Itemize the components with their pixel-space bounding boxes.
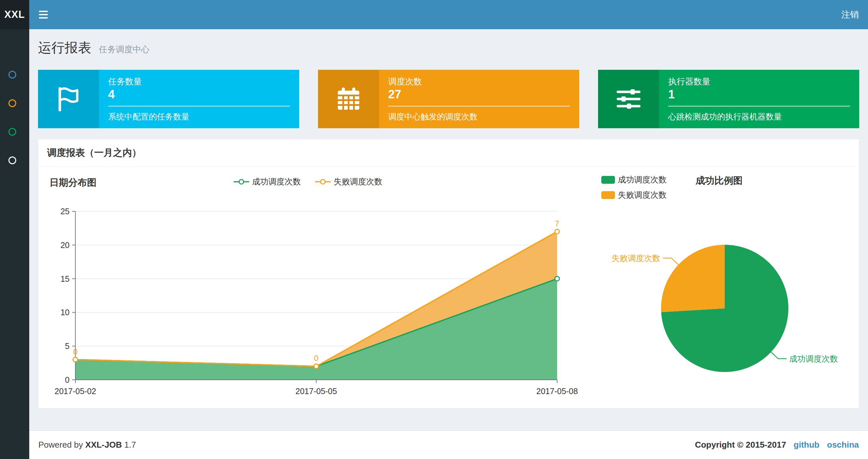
page-subtitle: 任务调度中心 xyxy=(99,44,149,54)
circle-icon xyxy=(8,99,16,107)
pie-label-line xyxy=(663,258,679,265)
oschina-link[interactable]: oschina xyxy=(827,440,859,450)
x-tick-label: 2017-05-05 xyxy=(296,387,337,396)
point-label: 0 xyxy=(73,347,77,356)
divider xyxy=(668,106,850,106)
y-tick-label: 15 xyxy=(60,274,69,284)
y-tick-label: 10 xyxy=(60,308,69,317)
x-tick-label: 2017-05-08 xyxy=(536,387,578,396)
product-version: 1.7 xyxy=(124,440,136,450)
sidebar-item-4[interactable] xyxy=(0,150,29,171)
copyright-text: Copyright © 2015-2017 xyxy=(695,440,786,450)
info-box-value: 1 xyxy=(668,87,850,102)
sidebar-item-3[interactable] xyxy=(0,122,29,142)
divider xyxy=(388,106,570,106)
info-box: 任务数量 4 系统中配置的任务数量 xyxy=(38,70,299,128)
date-distribution-chart: 05101520252017-05-022017-05-052017-05-08… xyxy=(38,166,578,408)
sidebar-toggle-button[interactable] xyxy=(29,0,57,29)
info-box-label: 调度次数 xyxy=(388,76,570,87)
sidebar-item-1[interactable] xyxy=(0,64,29,85)
info-box-label: 任务数量 xyxy=(108,76,290,87)
chart-point xyxy=(314,364,319,368)
sliders-icon xyxy=(598,70,659,128)
info-box-value: 4 xyxy=(108,87,290,102)
flag-icon xyxy=(38,70,99,128)
copyright-area: Copyright © 2015-2017 github oschina xyxy=(695,440,859,450)
circle-icon xyxy=(8,71,16,78)
success-ratio-pie-chart: 成功调度次数失败调度次数 xyxy=(578,166,859,408)
product-name: XXL-JOB xyxy=(86,440,122,450)
footer: Powered by XXL-JOB 1.7 Copyright © 2015-… xyxy=(29,430,868,459)
y-tick-label: 5 xyxy=(65,341,69,351)
powered-by: Powered by XXL-JOB 1.7 xyxy=(38,440,136,450)
info-box-desc: 心跳检测成功的执行器机器数量 xyxy=(668,111,850,122)
page-title: 运行报表 xyxy=(38,40,91,55)
point-label: 7 xyxy=(555,219,559,228)
y-tick-label: 25 xyxy=(60,207,69,216)
github-link[interactable]: github xyxy=(794,440,819,450)
panel-title: 调度报表（一月之内） xyxy=(38,139,859,166)
circle-icon xyxy=(8,157,16,164)
navbar: 注销 xyxy=(29,0,868,29)
pie-slice xyxy=(661,245,725,312)
pie-label: 成功调度次数 xyxy=(789,354,838,363)
report-panel: 调度报表（一月之内） 日期分布图 成功调度次数失败调度次数 0510152025… xyxy=(38,139,859,408)
app-logo-text: XXL xyxy=(4,9,25,21)
x-tick-label: 2017-05-02 xyxy=(55,387,96,396)
pie-label: 失败调度次数 xyxy=(612,254,660,263)
chart-point xyxy=(555,276,559,281)
app-logo[interactable]: XXL xyxy=(0,0,29,29)
charts-area: 日期分布图 成功调度次数失败调度次数 05101520252017-05-022… xyxy=(38,166,859,408)
info-box-desc: 调度中心触发的调度次数 xyxy=(388,111,570,122)
info-box-desc: 系统中配置的任务数量 xyxy=(108,111,290,122)
y-tick-label: 0 xyxy=(65,375,69,384)
summary-boxes: 任务数量 4 系统中配置的任务数量 xyxy=(38,70,859,128)
point-label: 0 xyxy=(314,354,318,363)
info-box-label: 执行器数量 xyxy=(668,76,850,87)
pie-label-line xyxy=(771,352,787,359)
calendar-icon xyxy=(318,70,379,128)
content-wrapper: 运行报表 任务调度中心 任务数量 4 系统中配置的任务数量 xyxy=(29,29,868,430)
info-box-value: 27 xyxy=(388,87,570,102)
y-tick-label: 20 xyxy=(60,240,69,250)
info-box: 执行器数量 1 心跳检测成功的执行器机器数量 xyxy=(598,70,859,128)
top-navbar: XXL 注销 xyxy=(0,0,868,29)
chart-point xyxy=(555,229,559,234)
divider xyxy=(108,106,290,106)
chart-point xyxy=(73,357,78,362)
page-header: 运行报表 任务调度中心 xyxy=(29,29,868,57)
sidebar-item-2[interactable] xyxy=(0,93,29,113)
info-box: 调度次数 27 调度中心触发的调度次数 xyxy=(318,70,579,128)
sidebar xyxy=(0,29,29,459)
hamburger-icon xyxy=(39,11,48,12)
circle-icon xyxy=(8,128,16,136)
logout-link[interactable]: 注销 xyxy=(832,0,868,29)
